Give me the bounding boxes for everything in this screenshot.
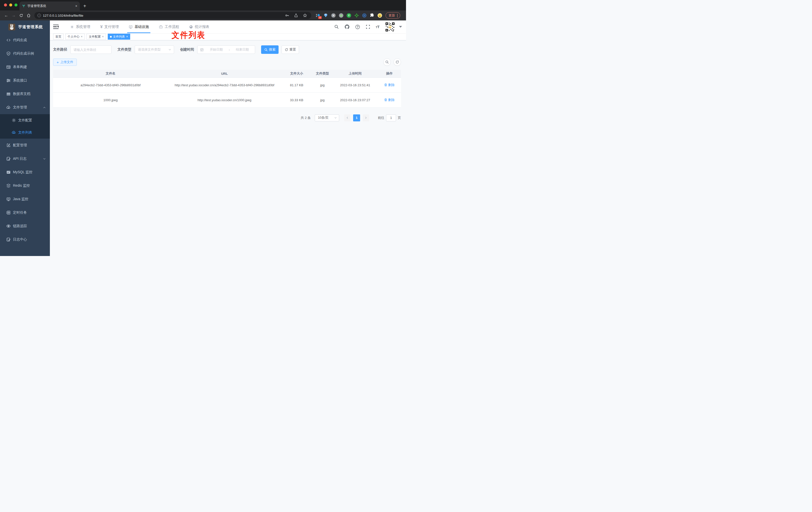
sidebar-item-db-doc[interactable]: 数据库文档 (0, 87, 50, 101)
refresh-icon (285, 48, 288, 51)
home-icon[interactable] (25, 13, 32, 18)
form-grid-icon (6, 65, 11, 69)
sidebar-item-scheduled-tasks[interactable]: 定时任务 (0, 206, 50, 219)
sidebar-item-file-config[interactable]: 文件配置 (0, 114, 50, 126)
prev-page-button[interactable] (344, 114, 350, 121)
chrome-update-button[interactable]: 更新 (385, 12, 400, 19)
page-size-select[interactable]: 10条/页 (315, 114, 339, 121)
chevron-down-icon (334, 116, 337, 119)
sidebar-item-file-management[interactable]: 文件管理 (0, 101, 50, 114)
log-edit-icon (6, 237, 11, 242)
site-info-icon[interactable]: i (37, 14, 41, 17)
sidebar-item-code-generation[interactable]: 代码生成 (0, 33, 50, 47)
search-icon[interactable] (334, 24, 339, 29)
col-upload-time: 上传时间 (332, 70, 378, 78)
delete-button[interactable]: 删除 (384, 82, 395, 88)
new-tab-button[interactable]: + (83, 3, 86, 9)
sliders-icon (6, 78, 11, 83)
window-zoom-button[interactable] (14, 3, 18, 6)
bookmark-star-icon[interactable] (303, 13, 307, 18)
github-icon[interactable] (344, 24, 350, 29)
sidebar-item-tracing[interactable]: 链路追踪 (0, 219, 50, 233)
password-key-icon[interactable] (285, 13, 289, 18)
goto-page-input[interactable] (386, 114, 396, 121)
url-bar[interactable]: i 127.0.0.1:1024/infra/file/file (34, 12, 311, 19)
sidebar-item-api-log[interactable]: API 日志 (0, 152, 50, 165)
avatar-caret-icon[interactable] (399, 26, 402, 28)
tag-home[interactable]: 首页 (53, 34, 64, 40)
chevron-down-icon (168, 48, 171, 51)
reset-button[interactable]: 重置 (282, 46, 299, 54)
window-controls[interactable] (4, 3, 18, 6)
toggle-search-button[interactable] (383, 58, 391, 66)
window-close-button[interactable] (4, 3, 7, 6)
sidebar-item-log-center[interactable]: 日志中心 (0, 233, 50, 246)
top-nav-infrastructure[interactable]: 基础设施 (124, 21, 154, 33)
back-icon[interactable]: ← (2, 13, 10, 18)
tag-close-icon[interactable]: × (102, 35, 104, 38)
extension-gem-icon[interactable] (323, 13, 328, 18)
fullscreen-icon[interactable] (366, 24, 370, 29)
table-row: 1000.jpeg http://test.yudao.iocoder.cn/1… (53, 92, 401, 108)
date-separator: - (229, 48, 230, 52)
sidebar-item-mysql-monitor[interactable]: MySQL 监控 (0, 165, 50, 179)
current-page[interactable]: 1 (353, 114, 360, 121)
delete-button[interactable]: 删除 (384, 97, 395, 102)
font-size-icon[interactable]: TT (376, 25, 380, 29)
edit-square-icon (6, 143, 11, 148)
plus-icon: + (57, 60, 59, 64)
tag-file-config[interactable]: 文件配置 × (87, 34, 106, 40)
extension-y-icon[interactable]: Y (347, 13, 351, 18)
goto-label: 前往 (378, 116, 384, 120)
main-area: 系统管理 ¥ 支付管理 基础设施 工作流程 统计报表 (50, 21, 406, 256)
sidebar-item-java-monitor[interactable]: Java 监控 (0, 192, 50, 206)
share-icon[interactable] (294, 13, 298, 18)
gear-icon (70, 25, 74, 29)
tag-close-icon[interactable]: × (81, 35, 83, 38)
file-path-input[interactable] (70, 46, 112, 54)
top-nav-payment[interactable]: ¥ 支付管理 (95, 21, 124, 33)
next-page-button[interactable] (363, 114, 369, 121)
sidebar-item-redis-monitor[interactable]: Redis 监控 (0, 179, 50, 192)
dashboard-icon (189, 25, 193, 29)
date-range-picker[interactable]: 开始日期 - 结束日期 (197, 46, 255, 54)
profile-emoji-icon[interactable] (378, 13, 382, 18)
chevron-right-icon (365, 116, 367, 119)
cell-url: http://test.yudao.iocoder.cn/1000.jpeg (168, 92, 281, 108)
sidebar-logo[interactable]: 芋道管理系统 (0, 21, 50, 33)
browser-menu-icon[interactable] (397, 14, 398, 17)
sidebar-item-code-example[interactable]: 代码生成示例 (0, 47, 50, 60)
help-icon[interactable] (355, 24, 360, 29)
sidebar-item-system-api[interactable]: 系统接口 (0, 74, 50, 87)
sidebar-item-config-management[interactable]: 配置管理 (0, 139, 50, 152)
file-type-label: 文件类型 (117, 48, 132, 52)
refresh-table-button[interactable] (394, 58, 401, 66)
page-unit-label: 页 (398, 116, 401, 120)
extension-star-icon[interactable] (354, 13, 359, 18)
avatar[interactable] (385, 22, 395, 32)
tag-profile[interactable]: 个人中心 × (65, 34, 85, 40)
extension-dot-icon[interactable] (339, 13, 343, 18)
sidebar-item-file-list[interactable]: 文件列表 (0, 126, 50, 139)
tag-file-list[interactable]: 文件列表 × (108, 34, 130, 40)
sidebar-collapse-icon[interactable] (53, 25, 59, 29)
top-nav-system[interactable]: 系统管理 (65, 21, 95, 33)
window-minimize-button[interactable] (9, 3, 12, 6)
cloud-download-icon (6, 105, 11, 110)
upload-file-button[interactable]: + 上传文件 (53, 59, 77, 66)
extension-command-icon[interactable]: ⌘ (331, 13, 336, 18)
extension-eye-icon[interactable] (362, 13, 367, 18)
sidebar-item-form-builder[interactable]: 表单构建 (0, 60, 50, 74)
browser-tab[interactable]: 芋道管理系统 × (20, 1, 80, 10)
col-actions: 操作 (378, 70, 401, 78)
col-url: URL (168, 70, 281, 78)
tab-close-icon[interactable]: × (75, 4, 77, 8)
reload-icon[interactable] (18, 13, 25, 18)
tag-close-icon[interactable]: × (126, 35, 128, 38)
forward-icon[interactable]: → (10, 13, 18, 18)
extension-tampermonkey-icon[interactable]: 11 (316, 13, 320, 18)
file-type-select[interactable]: 请选择文件类型 (135, 46, 174, 54)
file-table: 文件名 URL 文件大小 文件类型 上传时间 操作 a294ecb2-73dd-… (53, 70, 401, 108)
search-button[interactable]: 搜索 (261, 46, 279, 54)
extensions-puzzle-icon[interactable] (370, 13, 374, 18)
